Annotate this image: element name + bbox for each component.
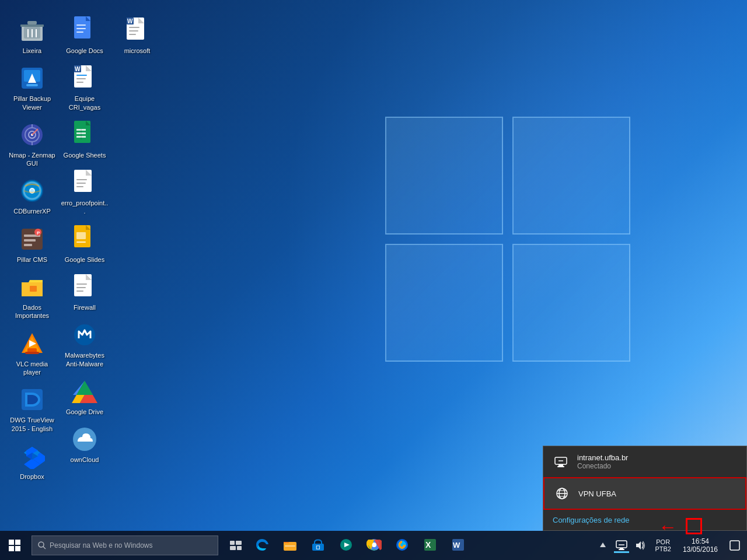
edge-icon [254,537,270,552]
svg-rect-96 [558,464,563,466]
network-info-intranet: intranet.ufba.br Conectado [577,453,628,470]
svg-rect-28 [30,286,37,292]
lixeira-label: Lixeira [23,47,41,55]
network-item-vpn[interactable]: VPN UFBA [543,477,746,510]
owncloud-label: ownCloud [71,456,99,464]
svg-rect-97 [557,466,564,467]
google-slides-icon-img [71,225,99,253]
taskbar-app-word[interactable]: W [445,533,472,558]
icon-microsoft[interactable]: W microsoft [111,12,163,60]
taskbar-app-firefox[interactable] [389,533,416,558]
icon-dropbox[interactable]: Dropbox [6,438,58,485]
icon-owncloud[interactable]: ownCloud [58,421,111,468]
dados-label: Dados Importantes [8,303,56,320]
icon-google-docs[interactable]: Google Docs [58,12,111,60]
svg-rect-71 [76,186,83,187]
search-bar[interactable] [32,536,218,555]
icon-dados-importantes[interactable]: Dados Importantes [6,268,58,325]
svg-rect-51 [76,24,86,26]
svg-text:◻: ◻ [316,544,320,550]
network-icon-vpn [554,485,570,502]
icon-firewall[interactable]: Firewall [58,268,111,316]
taskbar-app-excel[interactable]: X [417,533,444,558]
taskbar-app-edge[interactable] [249,533,275,558]
icon-erro-proofpoint[interactable]: erro_proofpoint... [58,164,111,220]
network-icon-intranet [553,454,569,470]
pillar-cms-icon-img: P [18,225,46,253]
systray-expand-button[interactable] [595,538,610,553]
pillar-backup-label: Pillar Backup Viewer [8,94,56,111]
svg-rect-58 [76,82,83,83]
start-button[interactable] [0,531,29,560]
icon-google-drive[interactable]: Google Drive [58,373,111,421]
svg-marker-125 [600,542,606,547]
svg-rect-10 [26,84,38,86]
icon-pillar-backup[interactable]: Pillar Backup Viewer [6,60,58,116]
pillar-backup-icon-img [18,64,46,92]
svg-marker-130 [636,541,641,550]
icon-nmap-zenmap[interactable]: Nmap - Zenmap GUI [6,116,58,173]
svg-rect-79 [76,287,86,288]
icon-google-sheets[interactable]: Google Sheets [58,116,111,164]
clock-area[interactable]: 16:54 13/05/2016 [678,531,722,560]
taskbar-app-chrome[interactable] [361,533,388,558]
taskbar-app-store[interactable]: ◻ [305,533,331,558]
language-layout: POR [656,538,670,545]
dwg-icon-img [18,386,46,414]
svg-text:P: P [37,230,40,236]
network-info-vpn: VPN UFBA [578,489,616,498]
svg-text:W: W [75,66,81,72]
svg-text:X: X [425,540,431,550]
network-config-link[interactable]: Configurações de rede [543,510,746,530]
svg-rect-2 [27,21,37,24]
taskbar-app-file-explorer[interactable] [277,533,303,558]
win-pane-bl [385,244,503,362]
media-player-icon [338,537,354,552]
systray-network-icon[interactable] [614,538,629,553]
search-input[interactable] [50,541,212,550]
svg-rect-43 [27,463,37,466]
svg-rect-25 [24,244,32,246]
desktop-icons-container: Lixeira Pillar Backup Viewer [0,6,169,513]
svg-rect-111 [285,545,295,547]
erro-proofpoint-label: erro_proofpoint... [61,199,109,216]
icon-lixeira[interactable]: Lixeira [6,12,58,60]
svg-rect-69 [76,179,87,180]
firewall-icon-img [71,273,99,301]
pillar-cms-label: Pillar CMS [17,256,47,264]
icon-dwg-trueview[interactable]: DWG TrueView 2015 - English [6,381,58,438]
win-pane-br [512,244,630,362]
svg-text:W: W [127,18,133,24]
icon-vlc[interactable]: VLC media player [6,325,58,382]
taskbar-app-media-player[interactable] [333,533,359,558]
icon-malwarebytes[interactable]: Malwarebytes Anti-Malware [58,316,111,373]
svg-rect-57 [76,78,86,79]
icon-cdburnerxp[interactable]: CDBurnerXP [6,172,58,220]
dropbox-icon-img [18,442,46,470]
network-popup: intranet.ufba.br Conectado VPN UFBA Conf… [543,446,747,531]
network-status-intranet: Conectado [577,462,628,470]
vlc-label: VLC media player [8,360,56,377]
chevron-up-icon [600,541,606,550]
task-view-button[interactable] [223,533,249,558]
svg-rect-80 [76,290,83,292]
network-monitor-icon [616,540,627,551]
icon-equipe-cri[interactable]: W Equipe CRI_vagas [58,60,111,116]
system-tray: POR PTB2 16:54 13/05/2016 [592,531,747,560]
network-item-intranet[interactable]: intranet.ufba.br Conectado [543,446,746,477]
microsoft-label: microsoft [124,47,151,55]
desktop: Lixeira Pillar Backup Viewer [0,0,747,560]
icon-pillar-cms[interactable]: P Pillar CMS [6,220,58,268]
task-view-icon [230,541,242,550]
start-icon [9,540,20,551]
systray-volume-icon[interactable] [633,538,648,553]
chrome-icon [366,537,382,552]
clock-time: 16:54 [692,537,709,545]
search-icon [38,541,46,550]
language-indicator[interactable]: POR PTB2 [651,531,675,560]
win-pane-tl [385,117,503,235]
icon-google-slides[interactable]: Google Slides [58,220,111,268]
notification-button[interactable] [726,531,743,560]
google-sheets-icon-img [71,121,99,149]
microsoft-icon-img: W [123,16,151,44]
